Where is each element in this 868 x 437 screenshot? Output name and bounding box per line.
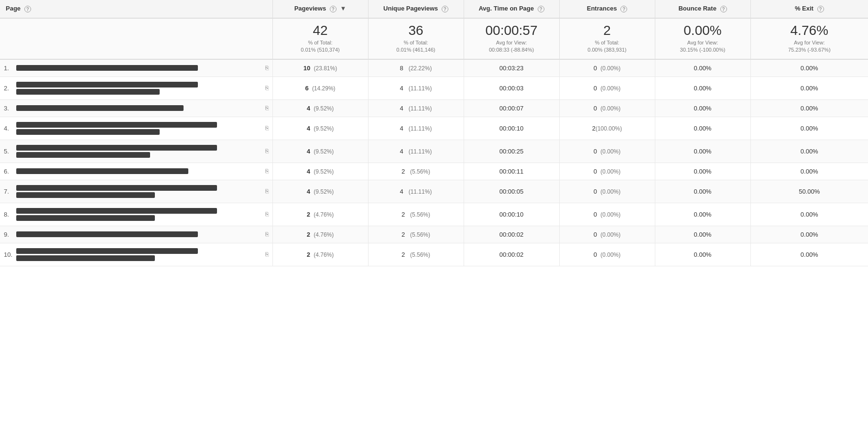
avgtime-value-5: 00:00:25 bbox=[499, 148, 524, 155]
page-content-2 bbox=[16, 82, 262, 95]
bounce-cell-9: 0.00% bbox=[655, 226, 750, 243]
page-bar-top-5[interactable] bbox=[16, 145, 217, 151]
exit-value-8: 0.00% bbox=[801, 211, 818, 218]
page-content-7 bbox=[16, 185, 262, 198]
column-header-entrances: Entrances ? bbox=[559, 0, 655, 18]
table-row: 9. ⎘ 2 (4.76%) 2 (5.56%) 00: bbox=[0, 226, 868, 243]
copy-icon-6[interactable]: ⎘ bbox=[265, 168, 269, 175]
copy-icon-7[interactable]: ⎘ bbox=[265, 188, 269, 195]
page-cell-1: 1. ⎘ bbox=[0, 59, 272, 77]
copy-icon-5[interactable]: ⎘ bbox=[265, 148, 269, 154]
col-label-exit: % Exit bbox=[795, 5, 814, 12]
avgtime-value-8: 00:00:10 bbox=[499, 211, 524, 218]
page-bar-top-3[interactable] bbox=[16, 105, 184, 111]
help-icon-unique[interactable]: ? bbox=[442, 6, 448, 12]
page-cell-5: 5. ⎘ bbox=[0, 140, 272, 163]
entrances-cell-4: 2(100.00%) bbox=[559, 117, 655, 140]
page-bar-bottom-2[interactable] bbox=[16, 89, 160, 95]
avgtime-value-4: 00:00:10 bbox=[499, 125, 524, 132]
totals-entrances-sub: % of Total:0.00% (383,931) bbox=[564, 39, 651, 54]
page-bar-bottom-5[interactable] bbox=[16, 152, 150, 158]
entrances-value-4: 2(100.00%) bbox=[592, 125, 622, 132]
bounce-cell-5: 0.00% bbox=[655, 140, 750, 163]
unique-cell-9: 2 (5.56%) bbox=[368, 226, 464, 243]
entrances-cell-8: 0 (0.00%) bbox=[559, 203, 655, 226]
row-number-7: 7. bbox=[4, 188, 13, 195]
totals-unique-main: 36 bbox=[372, 23, 460, 38]
exit-cell-10: 0.00% bbox=[750, 243, 868, 266]
bounce-value-10: 0.00% bbox=[694, 251, 712, 258]
page-bar-top-4[interactable] bbox=[16, 122, 217, 128]
unique-cell-2: 4 (11.11%) bbox=[368, 76, 464, 99]
totals-avgtime-main: 00:00:57 bbox=[468, 23, 555, 38]
page-bar-top-2[interactable] bbox=[16, 82, 198, 87]
col-label-avgtime: Avg. Time on Page bbox=[478, 5, 534, 12]
table-row: 6. ⎘ 4 (9.52%) 2 (5.56%) 00: bbox=[0, 163, 868, 180]
page-bar-top-7[interactable] bbox=[16, 185, 217, 191]
bounce-value-2: 0.00% bbox=[694, 85, 712, 92]
totals-bounce: 0.00% Avg for View:30.15% (-100.00%) bbox=[655, 18, 750, 59]
copy-icon-1[interactable]: ⎘ bbox=[265, 65, 269, 71]
page-content-6 bbox=[16, 168, 262, 174]
pv-value-2: 6 bbox=[305, 85, 308, 92]
pageviews-cell-8: 2 (4.76%) bbox=[272, 203, 368, 226]
page-cell-9: 9. ⎘ bbox=[0, 226, 272, 243]
exit-cell-4: 0.00% bbox=[750, 117, 868, 140]
help-icon-pageviews[interactable]: ? bbox=[330, 6, 336, 12]
pv-value-3: 4 bbox=[307, 105, 310, 112]
table-row: 10. ⎘ 2 (4.76%) 2 (5.56%) 00 bbox=[0, 243, 868, 266]
entrances-value-9: 0 (0.00%) bbox=[594, 231, 621, 238]
bounce-value-9: 0.00% bbox=[694, 231, 712, 238]
page-bar-bottom-10[interactable] bbox=[16, 255, 155, 261]
entrances-value-5: 0 (0.00%) bbox=[594, 148, 621, 155]
col-label-unique: Unique Pageviews bbox=[383, 5, 438, 12]
exit-cell-3: 0.00% bbox=[750, 99, 868, 117]
page-bar-top-8[interactable] bbox=[16, 208, 217, 214]
entrances-value-6: 0 (0.00%) bbox=[594, 168, 621, 175]
help-icon-avgtime[interactable]: ? bbox=[538, 6, 544, 12]
avgtime-value-2: 00:00:03 bbox=[499, 85, 524, 92]
copy-icon-10[interactable]: ⎘ bbox=[265, 251, 269, 258]
copy-icon-4[interactable]: ⎘ bbox=[265, 125, 269, 131]
bounce-cell-7: 0.00% bbox=[655, 180, 750, 203]
pageviews-cell-2: 6 (14.29%) bbox=[272, 76, 368, 99]
totals-pageviews-main: 42 bbox=[277, 23, 364, 38]
page-bar-bottom-7[interactable] bbox=[16, 192, 155, 198]
bounce-value-6: 0.00% bbox=[694, 168, 712, 175]
help-icon-bounce[interactable]: ? bbox=[720, 6, 727, 12]
help-icon-page[interactable]: ? bbox=[24, 6, 31, 12]
pv-pct-3: (9.52%) bbox=[314, 105, 334, 112]
pv-value-9: 2 bbox=[307, 231, 310, 238]
page-cell-3: 3. ⎘ bbox=[0, 99, 272, 117]
table-row: 3. ⎘ 4 (9.52%) 4 (11.11%) 00 bbox=[0, 99, 868, 117]
pv-value-7: 4 bbox=[307, 188, 310, 195]
page-bar-top-6[interactable] bbox=[16, 168, 188, 174]
exit-value-1: 0.00% bbox=[801, 65, 818, 72]
copy-icon-3[interactable]: ⎘ bbox=[265, 105, 269, 111]
page-bar-bottom-8[interactable] bbox=[16, 215, 155, 221]
help-icon-entrances[interactable]: ? bbox=[620, 6, 627, 12]
page-bar-bottom-4[interactable] bbox=[16, 129, 160, 135]
table-row: 5. ⎘ 4 (9.52%) 4 (11.11%) 00 bbox=[0, 140, 868, 163]
analytics-table: Page ? Pageviews ? ▼ Unique Pageviews ? … bbox=[0, 0, 868, 266]
uq-value-8: 2 bbox=[401, 211, 405, 218]
page-bar-top-10[interactable] bbox=[16, 248, 198, 254]
column-header-pageviews[interactable]: Pageviews ? ▼ bbox=[272, 0, 368, 18]
bounce-value-3: 0.00% bbox=[694, 105, 712, 112]
column-header-exit: % Exit ? bbox=[750, 0, 868, 18]
copy-icon-9[interactable]: ⎘ bbox=[265, 231, 269, 238]
page-bar-top-1[interactable] bbox=[16, 65, 198, 71]
avgtime-cell-7: 00:00:05 bbox=[464, 180, 559, 203]
copy-icon-8[interactable]: ⎘ bbox=[265, 211, 269, 218]
exit-cell-9: 0.00% bbox=[750, 226, 868, 243]
bounce-value-5: 0.00% bbox=[694, 148, 712, 155]
row-number-9: 9. bbox=[4, 231, 13, 238]
pageviews-cell-5: 4 (9.52%) bbox=[272, 140, 368, 163]
totals-unique-sub: % of Total:0.01% (461,146) bbox=[372, 39, 460, 54]
copy-icon-2[interactable]: ⎘ bbox=[265, 85, 269, 91]
help-icon-exit[interactable]: ? bbox=[817, 6, 824, 12]
page-bar-top-9[interactable] bbox=[16, 231, 198, 237]
entrances-cell-7: 0 (0.00%) bbox=[559, 180, 655, 203]
avgtime-cell-9: 00:00:02 bbox=[464, 226, 559, 243]
entrances-value-10: 0 (0.00%) bbox=[594, 251, 621, 258]
